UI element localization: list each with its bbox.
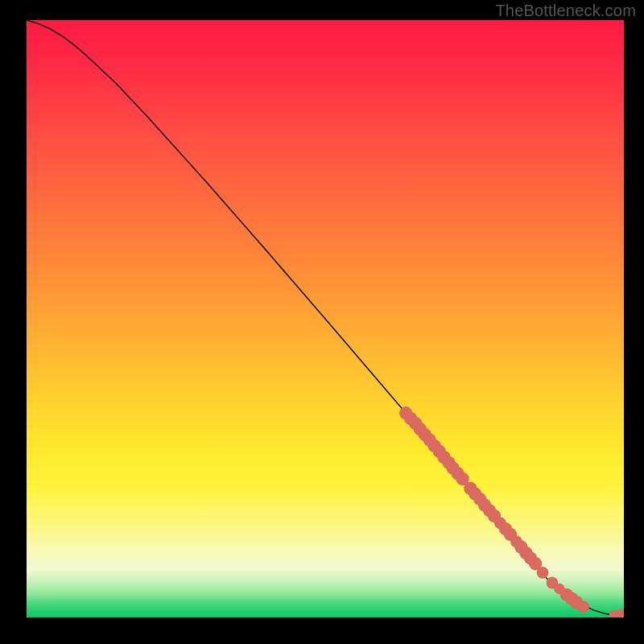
watermark-text: TheBottleneck.com	[495, 2, 636, 20]
points-group	[399, 407, 624, 617]
data-point	[537, 567, 549, 579]
data-point	[577, 601, 589, 613]
chart-overlay	[27, 20, 624, 617]
data-point	[615, 609, 624, 617]
plot-area	[27, 20, 624, 617]
curve-line	[27, 20, 624, 616]
figure-root: TheBottleneck.com	[0, 0, 644, 644]
